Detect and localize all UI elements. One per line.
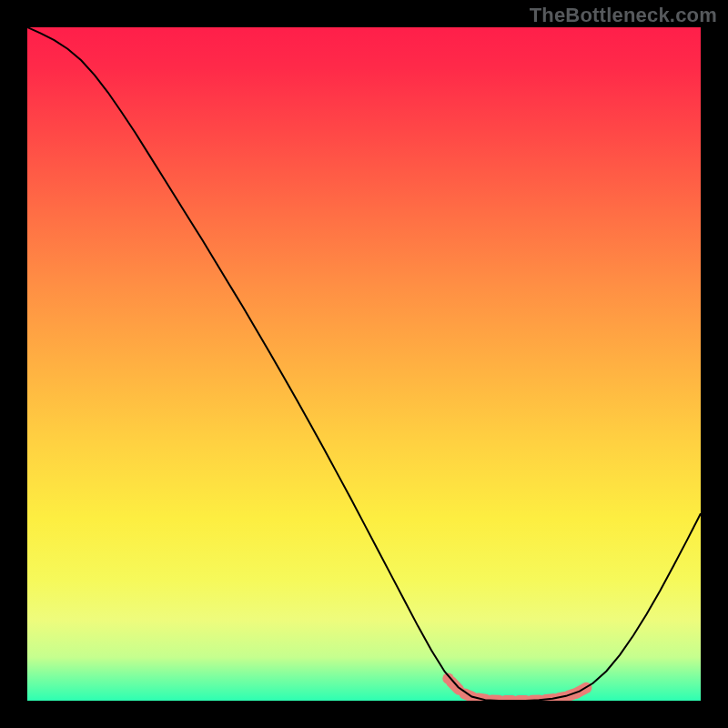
bottleneck-curve <box>27 27 701 701</box>
chart-svg <box>27 27 701 701</box>
watermark-text: TheBottleneck.com <box>530 4 717 27</box>
highlight-markers <box>442 672 592 701</box>
chart-plot-area <box>27 27 701 701</box>
